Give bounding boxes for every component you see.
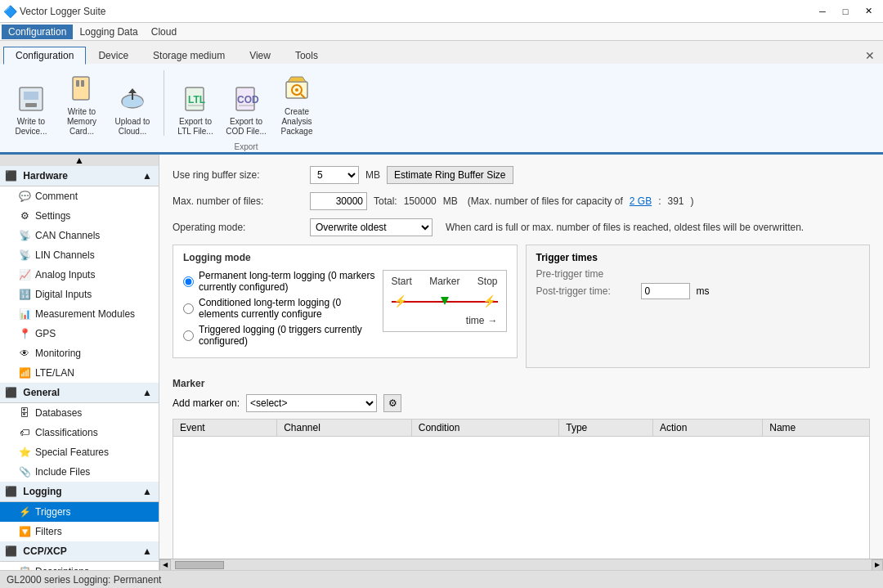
scroll-left-button[interactable]: ◀ bbox=[159, 559, 171, 571]
add-marker-button[interactable]: ⚙ bbox=[383, 394, 401, 412]
sidebar-item-filters[interactable]: 🔽 Filters bbox=[0, 522, 159, 541]
sidebar-item-databases[interactable]: 🗄 Databases bbox=[0, 403, 159, 423]
total-unit: MB bbox=[443, 195, 458, 207]
col-event: Event bbox=[173, 420, 277, 437]
menu-logging-data[interactable]: Logging Data bbox=[73, 25, 144, 39]
col-name: Name bbox=[763, 420, 870, 437]
radio-triggered-input[interactable] bbox=[183, 330, 194, 341]
write-to-device-button[interactable]: Write toDevice... bbox=[7, 67, 56, 141]
sidebar-item-classifications[interactable]: 🏷 Classifications bbox=[0, 423, 159, 442]
ribbon-tabs: Configuration Device Storage medium View… bbox=[0, 41, 883, 64]
scroll-thumb[interactable] bbox=[175, 561, 224, 569]
sidebar-item-gps[interactable]: 📍 GPS bbox=[0, 324, 159, 343]
sidebar-item-can-channels[interactable]: 📡 CAN Channels bbox=[0, 226, 159, 245]
operating-mode-select[interactable]: Overwrite oldest Stop when full bbox=[310, 218, 433, 236]
total-value: 150000 bbox=[404, 195, 437, 207]
tab-tools[interactable]: Tools bbox=[283, 46, 330, 64]
radio-permanent-input[interactable] bbox=[183, 276, 194, 287]
max-files-row: Max. number of files: Total: 150000 MB (… bbox=[173, 192, 870, 210]
menu-configuration[interactable]: Configuration bbox=[2, 25, 73, 39]
export-group-label: Export bbox=[235, 142, 258, 151]
memory-card-icon bbox=[67, 74, 96, 104]
sidebar-item-comment[interactable]: 💬 Comment bbox=[0, 186, 159, 206]
analog-icon: 📈 bbox=[18, 268, 31, 281]
sidebar-item-lte-lan[interactable]: 📶 LTE/LAN bbox=[0, 363, 159, 383]
menu-cloud[interactable]: Cloud bbox=[145, 25, 183, 39]
sidebar-item-triggers[interactable]: ⚡ Triggers bbox=[0, 502, 159, 522]
sidebar-item-measurement-modules[interactable]: 📊 Measurement Modules bbox=[0, 304, 159, 324]
export-ltl-button[interactable]: LTL Export toLTL File... bbox=[171, 67, 220, 141]
sidebar-section-general[interactable]: ⬛ General ▲ bbox=[0, 383, 159, 403]
diagram-time-row: time → bbox=[392, 315, 498, 326]
add-marker-icon: ⚙ bbox=[388, 397, 397, 409]
diagram-start-bolt: ⚡ bbox=[393, 295, 407, 307]
post-trigger-input[interactable] bbox=[641, 283, 690, 299]
diagram-area: ⚡ ⚡ bbox=[392, 289, 498, 313]
logging-options: Permanent long-term logging (0 markers c… bbox=[183, 270, 376, 351]
sidebar-item-analog-inputs[interactable]: 📈 Analog Inputs bbox=[0, 265, 159, 285]
ccpxcp-section-icon: ⬛ bbox=[5, 545, 17, 557]
app-icon: 🔷 bbox=[3, 5, 16, 18]
sidebar-section-logging[interactable]: ⬛ Logging ▲ bbox=[0, 482, 159, 502]
capacity-colon: : bbox=[658, 195, 661, 207]
tab-device[interactable]: Device bbox=[86, 46, 141, 64]
estimate-ring-buffer-button[interactable]: Estimate Ring Buffer Size bbox=[387, 166, 513, 184]
meas-icon: 📊 bbox=[18, 307, 31, 321]
horizontal-scrollbar[interactable]: ◀ ▶ bbox=[159, 559, 883, 570]
logging-trigger-container: Logging mode Permanent long-term logging… bbox=[173, 245, 870, 368]
sidebar-scroll-up[interactable]: ▲ bbox=[0, 155, 159, 166]
minimize-button[interactable]: ─ bbox=[811, 0, 834, 23]
tab-view[interactable]: View bbox=[237, 46, 283, 64]
svg-rect-3 bbox=[73, 77, 89, 100]
maximize-button[interactable]: □ bbox=[834, 0, 857, 23]
hardware-collapse-icon: ▲ bbox=[142, 170, 152, 182]
diagram-time-label: time bbox=[466, 315, 485, 326]
max-files-input[interactable] bbox=[310, 192, 367, 210]
write-device-icon bbox=[16, 84, 46, 114]
add-marker-label: Add marker on: bbox=[173, 397, 240, 409]
svg-marker-18 bbox=[288, 77, 306, 82]
capacity-link[interactable]: 2 GB bbox=[630, 195, 652, 207]
ribbon-close-button[interactable]: ✕ bbox=[860, 47, 880, 64]
write-to-memory-card-button[interactable]: Write toMemory Card... bbox=[57, 67, 106, 141]
col-type: Type bbox=[559, 420, 653, 437]
tab-configuration[interactable]: Configuration bbox=[3, 47, 86, 65]
ribbon: Write toDevice... Write toMemory Card... bbox=[0, 64, 883, 154]
close-button[interactable]: ✕ bbox=[857, 0, 880, 23]
comment-icon: 💬 bbox=[18, 190, 31, 203]
col-channel: Channel bbox=[277, 420, 412, 437]
add-marker-select[interactable]: <select> bbox=[246, 394, 377, 412]
ring-buffer-unit: MB bbox=[365, 169, 380, 181]
upload-to-cloud-button[interactable]: Upload toCloud... bbox=[108, 67, 157, 141]
sidebar-item-include-files[interactable]: 📎 Include Files bbox=[0, 462, 159, 482]
tab-storage-medium[interactable]: Storage medium bbox=[141, 46, 237, 64]
title-bar: 🔷 Vector Logger Suite ─ □ ✕ bbox=[0, 0, 883, 23]
sidebar-item-monitoring[interactable]: 👁 Monitoring bbox=[0, 343, 159, 363]
export-cod-button[interactable]: COD Export toCOD File... bbox=[222, 67, 271, 141]
can-icon: 📡 bbox=[18, 229, 31, 242]
general-section-icon: ⬛ bbox=[5, 387, 17, 398]
status-bar: GL2000 series Logging: Permanent bbox=[0, 570, 883, 588]
diagram-marker-triangle bbox=[441, 297, 449, 305]
scroll-right-button[interactable]: ▶ bbox=[872, 559, 883, 571]
gps-icon: 📍 bbox=[18, 327, 31, 340]
general-collapse-icon: ▲ bbox=[142, 387, 152, 398]
sidebar-item-digital-inputs[interactable]: 🔢 Digital Inputs bbox=[0, 285, 159, 304]
post-trigger-unit: ms bbox=[697, 285, 710, 297]
sidebar-section-hardware[interactable]: ⬛ Hardware ▲ bbox=[0, 166, 159, 186]
ring-buffer-select[interactable]: 5 bbox=[310, 166, 359, 184]
add-marker-row: Add marker on: <select> ⚙ bbox=[173, 394, 870, 412]
marker-title: Marker bbox=[173, 378, 870, 389]
sidebar-item-special-features[interactable]: ⭐ Special Features bbox=[0, 442, 159, 462]
create-analysis-package-button[interactable]: Create AnalysisPackage bbox=[272, 67, 321, 141]
sidebar-item-lin-channels[interactable]: 📡 LIN Channels bbox=[0, 245, 159, 265]
ring-buffer-row: Use ring buffer size: 5 MB Estimate Ring… bbox=[173, 166, 870, 184]
logging-mode-box: Logging mode Permanent long-term logging… bbox=[173, 245, 518, 358]
title-bar-controls: ─ □ ✕ bbox=[811, 0, 880, 23]
title-bar-left: 🔷 Vector Logger Suite bbox=[3, 5, 105, 18]
radio-conditioned-input[interactable] bbox=[183, 303, 194, 314]
sidebar-item-settings[interactable]: ⚙ Settings bbox=[0, 206, 159, 226]
svg-text:COD: COD bbox=[237, 94, 259, 105]
sidebar-section-ccpxcp[interactable]: ⬛ CCP/XCP ▲ bbox=[0, 541, 159, 562]
cod-icon: COD bbox=[231, 84, 261, 114]
